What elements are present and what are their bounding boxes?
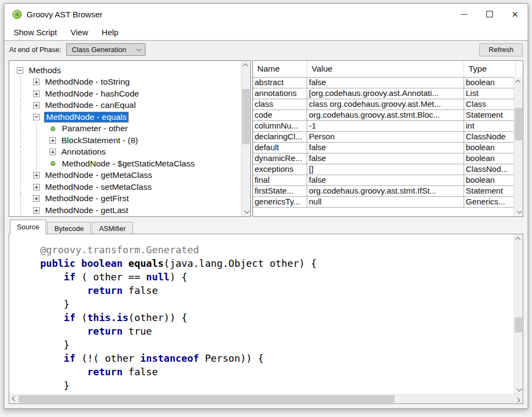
tab-asmifier[interactable]: ASMifier: [92, 222, 132, 234]
tree-indent-guide: [33, 158, 49, 170]
close-button[interactable]: ✕: [502, 4, 528, 24]
menu-item-show-script[interactable]: Show Script: [8, 26, 62, 39]
tree-vertical-scrollbar[interactable]: [241, 61, 250, 216]
table-rows[interactable]: abstractfalsebooleanannotations[org.code…: [253, 77, 514, 216]
tree-item[interactable]: MethodNode - getLast: [9, 204, 241, 216]
tree-item[interactable]: MethodNode - setMetaClass: [9, 181, 241, 193]
table-body: abstractfalsebooleanannotations[org.code…: [253, 77, 523, 216]
tree-indent-guide: [17, 100, 33, 112]
scroll-down-button[interactable]: [514, 207, 523, 216]
scroll-down-button[interactable]: [242, 207, 251, 216]
tree-item[interactable]: MethodNode - $getStaticMetaClass: [9, 158, 241, 170]
tree-item[interactable]: MethodNode - hashCode: [9, 88, 241, 100]
tree-indent-guide: [17, 88, 33, 100]
scroll-up-button[interactable]: [514, 234, 523, 243]
code-segment: if: [64, 312, 75, 323]
table-row[interactable]: classclass org.codehaus.groovy.ast.Met..…: [253, 99, 514, 110]
tree-item[interactable]: MethodNode - getMetaClass: [9, 170, 241, 182]
expand-icon[interactable]: [33, 102, 40, 108]
table-row[interactable]: codeorg.codehaus.groovy.ast.stmt.Bloc...…: [253, 110, 514, 121]
tab-source[interactable]: Source: [10, 220, 46, 234]
tree-item[interactable]: MethodNode - getFirst: [9, 193, 241, 205]
scroll-right-button[interactable]: [514, 395, 523, 404]
tree-item[interactable]: MethodNode - equals: [9, 111, 241, 123]
scroll-left-button[interactable]: [9, 395, 18, 404]
expand-icon[interactable]: [49, 137, 56, 144]
tree-item[interactable]: Parameter - other: [9, 123, 241, 135]
code-segment: ) {: [169, 271, 187, 283]
code-segment: @groovy.transform.Generated: [40, 244, 199, 255]
tree-item[interactable]: MethodNode - canEqual: [9, 100, 241, 112]
source-vertical-scrollbar[interactable]: [514, 234, 523, 394]
leaf-node-icon: [50, 161, 55, 166]
maximize-button[interactable]: [477, 4, 502, 24]
code-segment: equals: [129, 258, 164, 269]
table-row[interactable]: dynamicRe...falseboolean: [253, 153, 514, 164]
table-row[interactable]: abstractfalseboolean: [253, 78, 514, 88]
expand-icon[interactable]: [49, 149, 56, 155]
code-line: }: [40, 338, 514, 351]
column-header-value[interactable]: Value: [307, 61, 464, 77]
column-header-type[interactable]: Type: [464, 61, 516, 77]
tree-indent-guide: [17, 193, 33, 205]
collapse-icon[interactable]: [17, 67, 23, 74]
code-line: if (!( other instanceof Person)) {: [40, 351, 514, 365]
code-line: if (this.is(other)) {: [40, 311, 514, 324]
scroll-up-button[interactable]: [514, 77, 523, 86]
tree-item-label: MethodNode - getLast: [44, 206, 129, 215]
table-row[interactable]: declaringCl...PersonClassNode: [253, 132, 514, 143]
scroll-down-button[interactable]: [514, 385, 523, 394]
code-segment: }: [40, 298, 69, 310]
scroll-track[interactable]: [514, 243, 523, 385]
table-row[interactable]: defaultfalseboolean: [253, 143, 514, 153]
tree-item-label: MethodNode - $getStaticMetaClass: [61, 159, 196, 169]
scroll-thumb[interactable]: [242, 89, 250, 144]
table-row[interactable]: finalfalseboolean: [253, 175, 514, 186]
tree-item[interactable]: Methods: [9, 65, 241, 76]
tree-item[interactable]: Annotations: [9, 146, 241, 158]
tree-indent-guide: [33, 146, 49, 158]
phase-dropdown[interactable]: Class Generation: [66, 43, 145, 56]
scroll-track[interactable]: [18, 395, 514, 403]
scroll-thumb[interactable]: [515, 108, 522, 140]
expand-icon[interactable]: [33, 91, 40, 97]
scroll-up-button[interactable]: [242, 61, 251, 70]
tab-bytecode[interactable]: Bytecode: [47, 222, 91, 234]
expand-icon[interactable]: [33, 172, 40, 178]
scroll-track[interactable]: [514, 86, 523, 207]
refresh-button[interactable]: Refresh: [479, 43, 523, 56]
cell-value: class org.codehaus.groovy.ast.Met...: [307, 99, 464, 110]
ast-tree[interactable]: MethodsMethodNode - toStringMethodNode -…: [9, 61, 241, 216]
code-segment: true: [123, 325, 152, 337]
collapse-icon[interactable]: [33, 114, 40, 120]
scroll-thumb[interactable]: [18, 395, 395, 403]
column-header-name[interactable]: Name: [253, 61, 307, 77]
table-header[interactable]: NameValueType: [253, 61, 523, 77]
table-row[interactable]: genericsTy...nullGenerics...: [253, 197, 514, 208]
tree-indent-guide: [17, 181, 33, 193]
expand-icon[interactable]: [33, 195, 40, 202]
cell-value: false: [307, 175, 464, 185]
scroll-thumb[interactable]: [515, 317, 522, 333]
table-row[interactable]: annotations[org.codehaus.groovy.ast.Anno…: [253, 88, 514, 99]
expand-icon[interactable]: [33, 184, 40, 190]
code-segment: Person)) {: [199, 352, 264, 364]
menu-item-help[interactable]: Help: [96, 26, 124, 39]
table-row[interactable]: columnNu...-1int: [253, 121, 514, 132]
menu-item-view[interactable]: View: [65, 26, 93, 39]
code-segment: [40, 366, 87, 377]
expand-icon[interactable]: [33, 207, 40, 214]
code-scroll-area[interactable]: @groovy.transform.Generatedpublic boolea…: [9, 234, 523, 394]
cell-name: exceptions: [253, 164, 307, 175]
tree-item[interactable]: BlockStatement - (8): [9, 134, 241, 146]
tree-item[interactable]: MethodNode - toString: [9, 76, 241, 88]
minimize-button[interactable]: [451, 4, 477, 24]
scroll-track[interactable]: [242, 70, 250, 207]
window-controls: ✕: [451, 4, 528, 24]
source-horizontal-scrollbar[interactable]: [9, 394, 523, 403]
table-vertical-scrollbar[interactable]: [514, 77, 523, 216]
cell-type: Statement: [464, 186, 514, 196]
table-row[interactable]: exceptions[]ClassNod...: [253, 164, 514, 175]
table-row[interactable]: firstState...org.codehaus.groovy.ast.stm…: [253, 186, 514, 197]
expand-icon[interactable]: [33, 79, 40, 85]
